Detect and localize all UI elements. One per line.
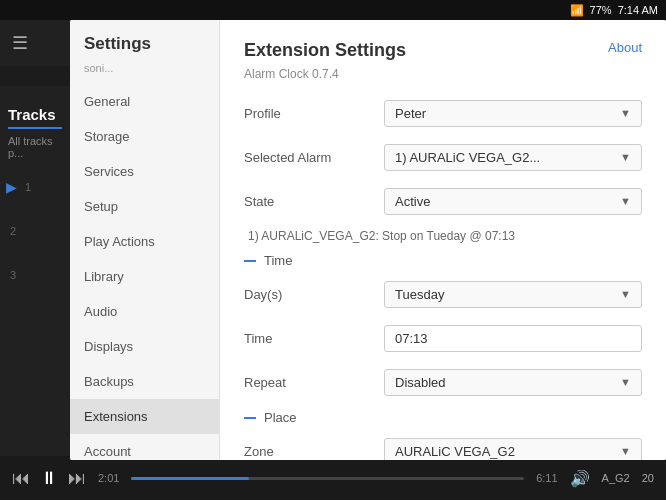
repeat-control: Disabled ▼ — [384, 369, 642, 396]
tracks-label: Tracks — [0, 86, 70, 127]
nav-displays[interactable]: Displays — [70, 329, 219, 364]
next-icon[interactable]: ⏭ — [68, 468, 86, 489]
pause-icon[interactable]: ⏸ — [40, 468, 58, 489]
state-value: Active — [395, 194, 430, 209]
place-section-line — [244, 417, 256, 419]
place-section-header: Place — [244, 410, 642, 425]
volume-icon[interactable]: 🔊 — [570, 469, 590, 488]
selected-alarm-label: Selected Alarm — [244, 150, 384, 165]
days-select[interactable]: Tuesday ▼ — [384, 281, 642, 308]
days-row: Day(s) Tuesday ▼ — [244, 278, 642, 310]
play-controls: ⏮ ⏸ ⏭ — [12, 468, 86, 489]
settings-content: Extension Settings About Alarm Clock 0.7… — [220, 20, 666, 460]
state-control: Active ▼ — [384, 188, 642, 215]
state-label: State — [244, 194, 384, 209]
time-field-label: Time — [244, 331, 384, 346]
days-label: Day(s) — [244, 287, 384, 302]
profile-label: Profile — [244, 106, 384, 121]
days-value: Tuesday — [395, 287, 444, 302]
selected-alarm-row: Selected Alarm 1) AURALiC VEGA_G2... ▼ — [244, 141, 642, 173]
profile-value: Peter — [395, 106, 426, 121]
time-end: 6:11 — [536, 472, 557, 484]
track-num-1: 1 — [21, 181, 35, 193]
zone-label: Zone — [244, 444, 384, 459]
zone-control: AURALiC VEGA_G2 ▼ — [384, 438, 642, 461]
status-bar: 📶 77% 7:14 AM — [0, 0, 666, 20]
time-start: 2:01 — [98, 472, 119, 484]
device-label: A_G2 — [602, 472, 630, 484]
state-select[interactable]: Active ▼ — [384, 188, 642, 215]
profile-select[interactable]: Peter ▼ — [384, 100, 642, 127]
nav-general[interactable]: General — [70, 84, 219, 119]
time-field-control — [384, 325, 642, 352]
days-control: Tuesday ▼ — [384, 281, 642, 308]
tracks-subtitle: All tracks p... — [0, 129, 70, 165]
plugin-version: 0.7.4 — [312, 67, 339, 81]
selected-alarm-control: 1) AURALiC VEGA_G2... ▼ — [384, 144, 642, 171]
nav-storage[interactable]: Storage — [70, 119, 219, 154]
repeat-arrow-icon: ▼ — [620, 376, 631, 388]
progress-bar[interactable] — [131, 477, 524, 480]
repeat-value: Disabled — [395, 375, 446, 390]
nav-account[interactable]: Account — [70, 434, 219, 460]
time-section-line — [244, 260, 256, 262]
track-item-2[interactable]: 2 — [0, 209, 70, 253]
battery-percentage: 77% — [590, 4, 612, 16]
selected-alarm-select[interactable]: 1) AURALiC VEGA_G2... ▼ — [384, 144, 642, 171]
nav-extensions[interactable]: Extensions — [70, 399, 219, 434]
profile-control: Peter ▼ — [384, 100, 642, 127]
repeat-label: Repeat — [244, 375, 384, 390]
extension-settings-title: Extension Settings — [244, 40, 406, 61]
hamburger-icon[interactable]: ☰ — [12, 32, 28, 54]
alarm-info: 1) AURALiC_VEGA_G2: Stop on Tueday @ 07:… — [244, 229, 642, 243]
state-row: State Active ▼ — [244, 185, 642, 217]
settings-title: Settings — [70, 20, 219, 62]
time-row: Time — [244, 322, 642, 354]
repeat-row: Repeat Disabled ▼ — [244, 366, 642, 398]
settings-modal: Settings soni... General Storage Service… — [70, 20, 666, 460]
progress-fill — [131, 477, 249, 480]
plugin-name: Alarm Clock — [244, 67, 309, 81]
place-section-title: Place — [264, 410, 297, 425]
content-header: Extension Settings About — [244, 40, 642, 61]
zone-row: Zone AURALiC VEGA_G2 ▼ — [244, 435, 642, 460]
nav-audio[interactable]: Audio — [70, 294, 219, 329]
time-section-title: Time — [264, 253, 292, 268]
track-item-1[interactable]: ▶ 1 — [0, 165, 70, 209]
alarm-arrow-icon: ▼ — [620, 151, 631, 163]
plugin-info: Alarm Clock 0.7.4 — [244, 67, 642, 81]
repeat-select[interactable]: Disabled ▼ — [384, 369, 642, 396]
track-num-3: 3 — [6, 269, 20, 281]
nav-setup[interactable]: Setup — [70, 189, 219, 224]
play-icon-1: ▶ — [6, 179, 17, 195]
profile-arrow-icon: ▼ — [620, 107, 631, 119]
settings-nav: Settings soni... General Storage Service… — [70, 20, 220, 460]
days-arrow-icon: ▼ — [620, 288, 631, 300]
settings-subtitle: soni... — [70, 62, 219, 84]
nav-backups[interactable]: Backups — [70, 364, 219, 399]
profile-row: Profile Peter ▼ — [244, 97, 642, 129]
bottom-bar: ⏮ ⏸ ⏭ 2:01 6:11 🔊 A_G2 20 — [0, 456, 666, 500]
clock: 7:14 AM — [618, 4, 658, 16]
time-input[interactable] — [384, 325, 642, 352]
nav-play-actions[interactable]: Play Actions — [70, 224, 219, 259]
nav-services[interactable]: Services — [70, 154, 219, 189]
state-arrow-icon: ▼ — [620, 195, 631, 207]
about-link[interactable]: About — [608, 40, 642, 55]
prev-icon[interactable]: ⏮ — [12, 468, 30, 489]
selected-alarm-value: 1) AURALiC VEGA_G2... — [395, 150, 540, 165]
time-section-header: Time — [244, 253, 642, 268]
zone-value: AURALiC VEGA_G2 — [395, 444, 515, 459]
nav-library[interactable]: Library — [70, 259, 219, 294]
track-num-2: 2 — [6, 225, 20, 237]
tracks-sidebar: Tracks All tracks p... ▶ 1 2 3 — [0, 86, 70, 500]
track-item-3[interactable]: 3 — [0, 253, 70, 297]
track-count: 20 — [642, 472, 654, 484]
zone-arrow-icon: ▼ — [620, 445, 631, 457]
zone-select[interactable]: AURALiC VEGA_G2 ▼ — [384, 438, 642, 461]
wifi-icon: 📶 — [570, 4, 584, 17]
